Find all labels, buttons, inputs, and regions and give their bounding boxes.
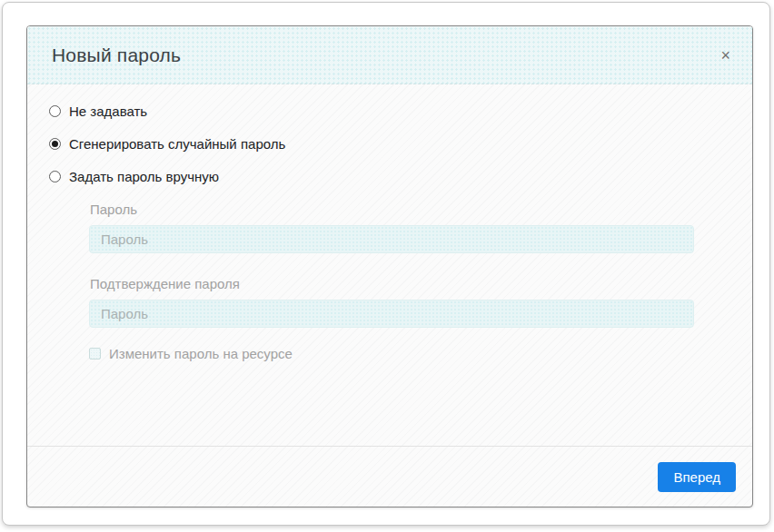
radio-option-generate-random[interactable]: Сгенерировать случайный пароль — [49, 136, 730, 152]
dialog-header: Новый пароль × — [27, 26, 752, 84]
radio-option-label: Не задавать — [69, 103, 147, 119]
radio-option-no-password[interactable]: Не задавать — [49, 103, 730, 119]
radio-option-label: Сгенерировать случайный пароль — [69, 136, 285, 152]
new-password-dialog: Новый пароль × Не задавать Сгенерировать… — [26, 25, 753, 507]
checkbox-label: Изменить пароль на ресурсе — [109, 346, 293, 361]
radio-icon[interactable] — [49, 171, 61, 182]
radio-option-label: Задать пароль вручную — [69, 169, 219, 184]
radio-icon-selected[interactable] — [49, 138, 61, 150]
change-password-on-resource-option[interactable]: Изменить пароль на ресурсе — [89, 346, 694, 361]
app-window: Новый пароль × Не задавать Сгенерировать… — [2, 2, 770, 526]
password-confirm-label: Подтверждение пароля — [90, 276, 694, 291]
radio-option-manual-password[interactable]: Задать пароль вручную — [49, 169, 730, 184]
password-label: Пароль — [90, 202, 694, 217]
dialog-body: Не задавать Сгенерировать случайный паро… — [27, 84, 752, 446]
password-confirm-field[interactable] — [89, 300, 694, 328]
checkbox-icon[interactable] — [89, 348, 101, 360]
manual-password-section: Пароль Подтверждение пароля Изменить пар… — [89, 202, 694, 361]
dialog-title: Новый пароль — [52, 44, 181, 66]
dialog-footer: Вперед — [27, 446, 752, 507]
password-field[interactable] — [89, 225, 694, 253]
forward-button[interactable]: Вперед — [658, 462, 736, 492]
radio-icon[interactable] — [49, 105, 61, 117]
close-icon[interactable]: × — [717, 45, 734, 65]
